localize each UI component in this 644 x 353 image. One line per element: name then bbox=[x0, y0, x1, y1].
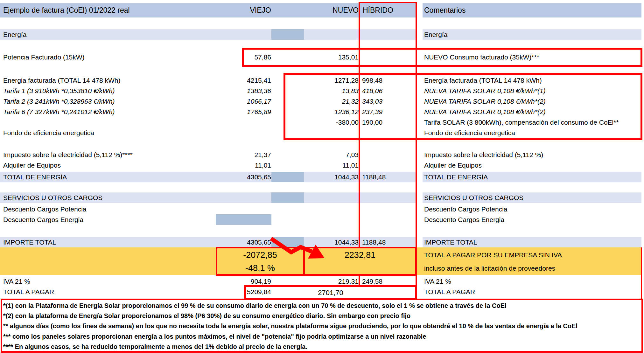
hybrid-total-cell: 2232,81 bbox=[304, 248, 416, 262]
tarifa-1-label: Tarifa 1 (3 910kWh *0,353810 €/kWh) bbox=[3, 86, 207, 96]
footnote-line-2: *(2) con la plataforma de Energía Solar … bbox=[3, 311, 640, 321]
tarifa-1-comment: NUEVA TARIFA SOLAR 0,108 €/kWh*(1) bbox=[424, 86, 640, 96]
total-energia-label: TOTAL DE ENERGÍA bbox=[3, 172, 207, 182]
column-header-hibrido: HÍBRIDO bbox=[363, 3, 414, 17]
energia-facturada-viejo: 4215,41 bbox=[178, 75, 271, 86]
solar-comp-hibrido: 190,00 bbox=[362, 117, 415, 128]
desc-energia-comment: Descuento Cargos Energia bbox=[424, 214, 640, 225]
iva-label: IVA 21 % bbox=[3, 276, 207, 287]
iva-viejo: 904,19 bbox=[178, 276, 271, 287]
alquiler-nuevo: 11,01 bbox=[280, 160, 359, 170]
servicios-label: SERVICIOS U OTROS CARGOS bbox=[3, 192, 207, 203]
importe-total-comment: IMPORTE TOTAL bbox=[424, 237, 640, 247]
total-energia-viejo: 4305,65 bbox=[178, 172, 271, 182]
footnote-line-3: ** algunos días (como los fines de seman… bbox=[3, 321, 640, 331]
footnote-line-4: *** como los paneles solares proporciona… bbox=[3, 331, 640, 342]
alquiler-label: Alquiler de Equipos bbox=[3, 160, 207, 170]
energia-facturada-label: Energia facturada (TOTAL 14 478 kWh) bbox=[3, 75, 207, 86]
tarifa-2-comment: NUEVA TARIFA SOLAR 0,108 €/kWh*(2) bbox=[424, 96, 640, 107]
energia-facturada-hibrido: 998,48 bbox=[362, 75, 415, 86]
servicios-accent-cell bbox=[271, 192, 304, 203]
tarifa-2-nuevo: 21,32 bbox=[280, 96, 359, 107]
fondo-comment: Fondo de eficiencia energetica bbox=[424, 128, 640, 138]
alquiler-comment: Alquiler de Equipos bbox=[424, 160, 640, 170]
solar-comp-comment: Tarifa SOLAR (3 800kWh), compensación de… bbox=[424, 117, 640, 128]
column-header-nuevo: NUEVO bbox=[280, 3, 359, 17]
iva-comment: IVA 21 % bbox=[424, 276, 640, 287]
potencia-comment: NUEVO Consumo facturado (35kW)*** bbox=[424, 52, 640, 62]
desc-potencia-comment: Descuento Cargos Potencia bbox=[424, 204, 640, 214]
servicios-comment: SERVICIOS U OTROS CARGOS bbox=[424, 192, 640, 203]
impuesto-viejo: 21,37 bbox=[178, 149, 271, 160]
tarifa-6-label: Tarifa 6 (7 327kWh *0,241012 €/kWh) bbox=[3, 107, 207, 117]
impuesto-nuevo: 7,03 bbox=[280, 149, 359, 160]
new-total-to-pay-cell: 2701,70 bbox=[245, 287, 416, 298]
tarifa-6-viejo: 1765,89 bbox=[178, 107, 271, 117]
iva-nuevo: 219,31 bbox=[280, 276, 359, 287]
invoice-comparison-sheet: Ejemplo de factura (CoEl) 01/2022 real V… bbox=[0, 0, 644, 353]
tarifa-1-viejo: 1383,36 bbox=[178, 86, 271, 96]
potencia-label: Potencia Facturado (15kW) bbox=[3, 52, 207, 62]
desc-energia-label: Descuento Cargos Energia bbox=[3, 214, 207, 225]
savings-percent-cell: -48,1 % bbox=[217, 261, 303, 275]
total-energia-nuevo: 1044,33 bbox=[280, 172, 359, 182]
energia-section-accent-cell bbox=[271, 29, 304, 40]
column-header-viejo: VIEJO bbox=[178, 3, 271, 17]
energia-section-comment: Energía bbox=[424, 29, 640, 40]
energia-section-label: Energía bbox=[3, 29, 207, 40]
energia-facturada-nuevo: 1271,28 bbox=[280, 75, 359, 86]
total-energia-comment: TOTAL DE ENERGÍA bbox=[424, 172, 640, 182]
importe-total-nuevo: 1044,33 bbox=[280, 237, 359, 247]
importe-total-hibrido: 1188,48 bbox=[362, 237, 415, 247]
footnote-line-1: *(1) con la Plataforma de Energía Solar … bbox=[3, 301, 640, 311]
importe-total-label: IMPORTE TOTAL bbox=[3, 237, 207, 247]
totals-note-line2: incluso antes de la licitación de provee… bbox=[424, 263, 640, 273]
total-energia-hibrido: 1188,48 bbox=[362, 172, 415, 182]
solar-comp-nuevo: -380,00 bbox=[280, 117, 359, 128]
tarifa-1-hibrido: 418,06 bbox=[362, 86, 415, 96]
footnote-line-5: **** En algunos casos, se ha reducido te… bbox=[3, 342, 640, 352]
savings-amount-cell: -2072,85 bbox=[217, 248, 303, 262]
totals-note-line1: TOTAL A PAGAR POR SU EMPRESA SIN IVA bbox=[424, 250, 640, 260]
potencia-nuevo: 135,01 bbox=[280, 52, 359, 62]
fondo-label: Fondo de eficiencia energetica bbox=[3, 128, 207, 138]
energia-facturada-comment: Energía facturada (TOTAL 14 478 kWh) bbox=[424, 75, 640, 86]
tarifa-2-label: Tarifa 2 (3 241kWh *0,328963 €/kWh) bbox=[3, 96, 207, 107]
tarifa-2-viejo: 1066,17 bbox=[178, 96, 271, 107]
importe-total-viejo: 4305,65 bbox=[178, 237, 271, 247]
tarifa-6-hibrido: 237,39 bbox=[362, 107, 415, 117]
potencia-viejo: 57,86 bbox=[178, 52, 271, 62]
impuesto-comment: Impuesto sobre la electricidad (5,112 %) bbox=[424, 149, 640, 160]
tarifa-1-nuevo: 13,83 bbox=[280, 86, 359, 96]
tarifa-6-comment: NUEVA TARIFA SOLAR 0,108 €/kWh*(2) bbox=[424, 107, 640, 117]
tarifa-2-hibrido: 343,03 bbox=[362, 96, 415, 107]
total-pagar-comment: TOTAL A PAGAR bbox=[424, 287, 640, 297]
tarifa-6-nuevo: 1236,12 bbox=[280, 107, 359, 117]
column-header-comentarios: Comentarios bbox=[424, 3, 551, 17]
total-pagar-label: TOTAL A PAGAR bbox=[3, 287, 207, 297]
iva-hibrido: 249,58 bbox=[362, 276, 415, 287]
desc-potencia-label: Descuento Cargos Potencia bbox=[3, 204, 207, 214]
desc-energia-accent-cell bbox=[216, 214, 271, 225]
alquiler-viejo: 11,01 bbox=[178, 160, 271, 170]
impuesto-label: Impuesto sobre la electricidad (5,112 %)… bbox=[3, 149, 207, 160]
